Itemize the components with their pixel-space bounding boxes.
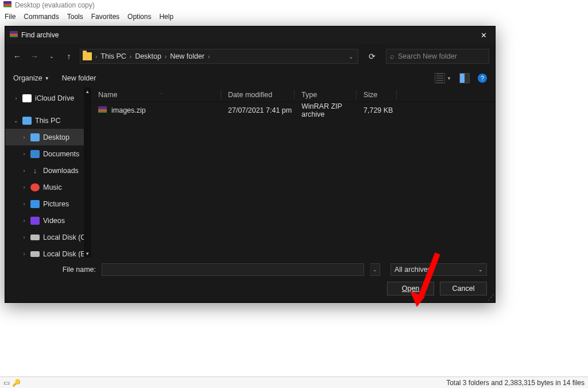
- search-placeholder: Search New folder: [398, 52, 457, 60]
- tree-item-label: Local Disk (C:): [43, 233, 90, 241]
- sort-indicator-icon: ˆ: [161, 92, 163, 97]
- desktop-icon: [30, 133, 40, 141]
- menu-tools[interactable]: Tools: [67, 13, 83, 21]
- menu-commands[interactable]: Commands: [24, 13, 59, 21]
- file-row[interactable]: images.zip27/07/2021 7:41 pmWinRAR ZIP a…: [91, 102, 495, 118]
- tree-item-local-disk-c-[interactable]: ›Local Disk (C:): [5, 229, 91, 245]
- chevron-right-icon: ›: [165, 53, 167, 60]
- tree-caret-icon: ›: [21, 201, 27, 207]
- pic-icon: [30, 200, 40, 208]
- disk-icon: [30, 235, 40, 240]
- close-button[interactable]: ✕: [477, 28, 490, 42]
- filter-label: All archives: [394, 266, 431, 274]
- file-date: 27/07/2021 7:41 pm: [221, 106, 295, 114]
- column-type[interactable]: Type: [295, 90, 357, 99]
- tree-item-downloads[interactable]: ›↓Downloads: [5, 162, 91, 179]
- tree-item-this-pc[interactable]: ⌄This PC: [5, 112, 91, 129]
- tree-item-label: Desktop: [43, 133, 69, 141]
- tree-caret-icon: ›: [21, 151, 27, 157]
- column-date[interactable]: Date modified: [221, 90, 295, 99]
- navigation-tree: ›iCloud Drive⌄This PC›Desktop›Documents›…: [5, 87, 91, 258]
- chevron-right-icon: ›: [208, 53, 210, 60]
- lock-icon: 🔑: [12, 379, 21, 387]
- file-name-dropdown[interactable]: ⌄: [370, 263, 380, 276]
- tree-caret-icon: ›: [21, 235, 27, 240]
- parent-menu-bar: File Commands Tools Favorites Options He…: [0, 10, 588, 23]
- file-type: WinRAR ZIP archive: [295, 102, 357, 118]
- tree-item-label: This PC: [35, 117, 60, 125]
- tree-item-pictures[interactable]: ›Pictures: [5, 195, 91, 212]
- breadcrumb-this-pc[interactable]: This PC: [100, 52, 126, 60]
- breadcrumb-bar[interactable]: › This PC › Desktop › New folder › ⌄: [80, 49, 358, 64]
- breadcrumb-desktop[interactable]: Desktop: [135, 52, 161, 60]
- file-name: images.zip: [111, 106, 146, 114]
- breadcrumb-new-folder[interactable]: New folder: [170, 52, 204, 60]
- tree-item-local-disk-e-[interactable]: ›Local Disk (E:): [5, 245, 91, 258]
- pc-icon: [22, 117, 32, 125]
- dialog-title: Find archive: [21, 31, 59, 39]
- tree-caret-icon: ›: [21, 185, 27, 190]
- chevron-down-icon: ⌄: [478, 267, 483, 272]
- organize-menu[interactable]: Organize ▼: [13, 74, 49, 82]
- tree-item-icloud-drive[interactable]: ›iCloud Drive: [5, 90, 91, 106]
- search-icon: ⌕: [390, 52, 394, 60]
- menu-file[interactable]: File: [5, 13, 16, 21]
- vid-icon: [30, 217, 40, 225]
- preview-pane-button[interactable]: [459, 73, 470, 83]
- search-input[interactable]: ⌕ Search New folder: [386, 49, 489, 64]
- open-button[interactable]: Open: [387, 282, 434, 295]
- winrar-icon: [3, 1, 11, 9]
- refresh-button[interactable]: ⟳: [363, 52, 381, 61]
- file-type-filter[interactable]: All archives ⌄: [390, 263, 487, 276]
- scroll-up-icon[interactable]: ▴: [84, 87, 91, 95]
- nav-recent-button[interactable]: ⌄: [45, 50, 58, 63]
- tree-item-desktop[interactable]: ›Desktop: [5, 129, 91, 145]
- nav-back-button[interactable]: ←: [11, 50, 24, 63]
- column-size[interactable]: Size: [357, 90, 397, 99]
- tree-item-label: Local Disk (E:): [43, 250, 90, 258]
- find-archive-dialog: Find archive ✕ ← → ⌄ ↑ › This PC › Deskt…: [5, 26, 496, 303]
- view-options-button[interactable]: [435, 73, 445, 83]
- parent-title-text: Desktop (evaluation copy): [15, 1, 95, 9]
- tree-caret-icon: ›: [21, 168, 27, 174]
- cancel-button[interactable]: Cancel: [440, 282, 487, 295]
- file-name-input[interactable]: [102, 263, 364, 276]
- scroll-down-icon[interactable]: ▾: [84, 249, 91, 258]
- chevron-right-icon: ›: [130, 53, 131, 60]
- column-name[interactable]: Name ˆ: [91, 90, 221, 99]
- archive-icon: [98, 106, 107, 115]
- organize-label: Organize: [13, 74, 42, 82]
- music-icon: [30, 183, 40, 191]
- dl-icon: ↓: [30, 167, 40, 175]
- tree-item-music[interactable]: ›Music: [5, 179, 91, 195]
- file-size: 7,729 KB: [357, 106, 397, 114]
- tree-scrollbar[interactable]: ▴ ▾: [84, 87, 91, 258]
- tree-caret-icon: ⌄: [13, 118, 19, 124]
- column-headers: Name ˆ Date modified Type Size: [91, 87, 495, 102]
- chevron-right-icon: ›: [95, 53, 97, 60]
- tree-caret-icon: ›: [13, 95, 19, 101]
- dialog-bottom-panel: File name: ⌄ All archives ⌄ Open Cancel …: [5, 258, 495, 302]
- tree-item-label: Documents: [43, 150, 79, 158]
- folder-icon: [83, 52, 92, 60]
- menu-options[interactable]: Options: [127, 13, 151, 21]
- tree-item-label: iCloud Drive: [35, 94, 74, 102]
- parent-window-title: Desktop (evaluation copy): [0, 0, 588, 10]
- breadcrumb-dropdown[interactable]: ⌄: [349, 53, 355, 60]
- resize-grip[interactable]: ⋰: [488, 295, 493, 301]
- nav-up-button[interactable]: ↑: [63, 50, 75, 63]
- menu-favorites[interactable]: Favorites: [91, 13, 119, 21]
- tree-item-label: Music: [43, 183, 62, 191]
- help-button[interactable]: ?: [478, 74, 487, 83]
- tree-item-documents[interactable]: ›Documents: [5, 145, 91, 162]
- chevron-down-icon: ▼: [45, 76, 49, 81]
- menu-help[interactable]: Help: [159, 13, 173, 21]
- tree-item-label: Pictures: [43, 200, 69, 208]
- nav-forward-button[interactable]: →: [28, 50, 41, 63]
- status-left-icons: ▭ 🔑: [3, 379, 21, 387]
- tree-caret-icon: ›: [21, 251, 27, 257]
- new-folder-button[interactable]: New folder: [62, 74, 96, 82]
- chevron-down-icon: ▼: [447, 76, 451, 81]
- tree-item-videos[interactable]: ›Videos: [5, 212, 91, 229]
- dialog-body: ›iCloud Drive⌄This PC›Desktop›Documents›…: [5, 87, 495, 258]
